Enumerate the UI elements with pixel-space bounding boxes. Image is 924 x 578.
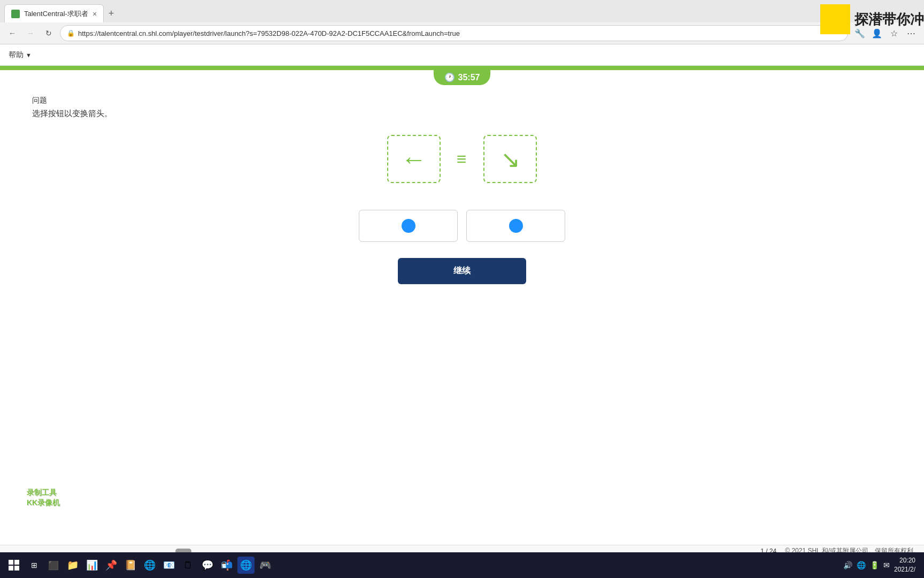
continue-button[interactable]: 继续: [398, 258, 526, 284]
brand-text: 探潜带你冲: [854, 10, 924, 29]
taskbar-search[interactable]: ⊞: [26, 557, 43, 574]
main-content: 问题 选择按钮以变换箭头。 ← ≡ ↘ 继续: [0, 85, 924, 306]
start-button[interactable]: [4, 556, 24, 575]
timer-clock-icon: 🕐: [444, 72, 455, 82]
options-area: [32, 210, 892, 242]
option-dot-2: [509, 219, 523, 233]
tab-close-button[interactable]: ×: [93, 10, 97, 18]
tab-favicon: [11, 10, 20, 18]
back-button[interactable]: ←: [5, 26, 19, 40]
new-tab-button[interactable]: +: [104, 6, 119, 21]
taskbar-file-explorer[interactable]: 📁: [64, 557, 81, 574]
brand-yellow-icon: [820, 4, 850, 34]
help-label: 帮助: [9, 50, 24, 60]
watermark: 录制工具 KK录像机: [27, 488, 60, 508]
url-text: https://talentcentral.cn.shl.com/player/…: [78, 29, 841, 37]
taskbar: ⊞ ⬛ 📁 📊 📌 📔 🌐 📧 🗒 💬 📬 🌐 🎮 🔊 🌐 🔋 ✉ 20:20 …: [0, 552, 924, 578]
question-label: 问题: [32, 96, 892, 105]
continue-btn-container: 继续: [32, 258, 892, 284]
timer-value: 35:57: [458, 73, 480, 82]
address-bar-row: ← → ↻ 🔒 https://talentcentral.cn.shl.com…: [0, 22, 924, 44]
taskbar-icon-2[interactable]: 📌: [103, 557, 120, 574]
equals-symbol: ≡: [457, 149, 468, 169]
active-tab[interactable]: TalentCentral-求职者 ×: [4, 4, 104, 22]
date-value: 2021/2/: [894, 565, 915, 574]
tab-title: TalentCentral-求职者: [24, 9, 88, 19]
left-arrow-icon: ←: [401, 144, 427, 174]
sys-icon-3: 🔋: [870, 561, 879, 569]
help-dropdown-icon: ▼: [26, 52, 32, 58]
address-box[interactable]: 🔒 https://talentcentral.cn.shl.com/playe…: [60, 25, 848, 41]
option-dot-1: [402, 219, 415, 233]
taskbar-sys-icons: 🔊 🌐 🔋 ✉ 20:20 2021/2/: [843, 556, 920, 574]
app-toolbar: 帮助 ▼: [0, 44, 924, 66]
right-arrow-box: ↘: [483, 135, 537, 183]
taskbar-icon-7[interactable]: 💬: [199, 557, 216, 574]
brand-area: 探潜带你冲: [820, 4, 924, 34]
forward-button[interactable]: →: [24, 26, 37, 40]
windows-icon: [9, 560, 19, 571]
taskbar-icon-1[interactable]: 📊: [83, 557, 101, 574]
option-button-2[interactable]: [466, 210, 565, 242]
equation-area: ← ≡ ↘: [32, 135, 892, 183]
sys-icon-1: 🔊: [843, 561, 852, 569]
sys-icon-2: 🌐: [857, 561, 866, 569]
taskbar-apps[interactable]: ⬛: [45, 557, 62, 574]
time-value: 20:20: [894, 556, 915, 565]
left-arrow-box: ←: [387, 135, 441, 183]
lock-icon: 🔒: [67, 29, 75, 37]
taskbar-icon-6[interactable]: 🗒: [180, 557, 197, 574]
watermark-line1: 录制工具: [27, 488, 60, 498]
refresh-button[interactable]: ↻: [42, 26, 56, 40]
taskbar-icon-5[interactable]: 📧: [160, 557, 178, 574]
question-instruction: 选择按钮以变换箭头。: [32, 109, 892, 119]
taskbar-icon-4[interactable]: 🌐: [141, 557, 158, 574]
taskbar-icon-8[interactable]: 📬: [218, 557, 235, 574]
taskbar-icon-3[interactable]: 📔: [122, 557, 139, 574]
taskbar-time: 20:20 2021/2/: [894, 556, 915, 574]
timer-badge: 🕐 35:57: [434, 70, 491, 85]
watermark-line2: KK录像机: [27, 498, 60, 508]
taskbar-icon-9[interactable]: 🌐: [237, 557, 255, 574]
sys-icon-4: ✉: [883, 561, 890, 569]
option-button-1[interactable]: [359, 210, 458, 242]
right-arrow-icon: ↘: [500, 146, 520, 173]
taskbar-icon-10[interactable]: 🎮: [257, 557, 274, 574]
timer-container: 🕐 35:57: [0, 70, 924, 85]
help-button[interactable]: 帮助 ▼: [9, 50, 32, 60]
